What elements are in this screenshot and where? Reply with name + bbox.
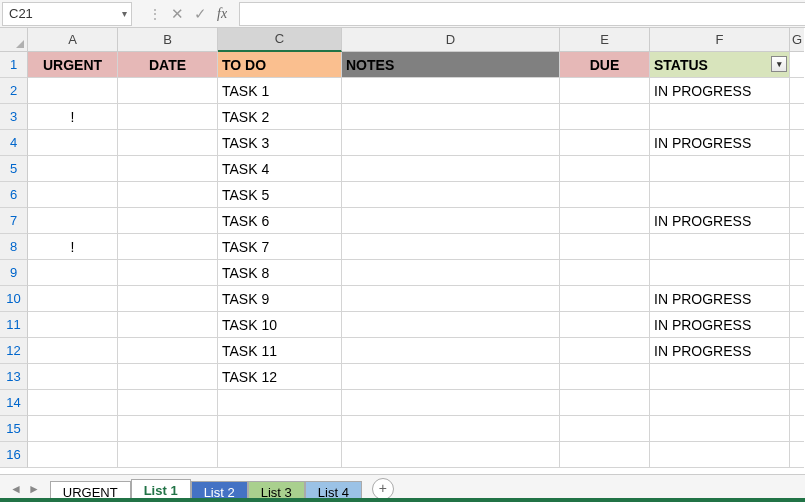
cell-urgent[interactable] [28,338,118,364]
cell[interactable] [790,416,804,442]
cell-todo[interactable]: TASK 8 [218,260,342,286]
cell-due[interactable] [560,104,650,130]
cell-status[interactable] [650,260,790,286]
row-header[interactable]: 9 [0,260,28,286]
cell-date[interactable] [118,312,218,338]
cell-todo[interactable]: TASK 7 [218,234,342,260]
cell-header-urgent[interactable]: URGENT [28,52,118,78]
cell[interactable] [790,130,804,156]
cell-todo[interactable]: TASK 5 [218,182,342,208]
cell-notes[interactable] [342,286,560,312]
cell-date[interactable] [118,390,218,416]
name-box-dropdown-icon[interactable]: ▾ [122,8,127,19]
cell-notes[interactable] [342,364,560,390]
cell-status[interactable] [650,182,790,208]
name-box[interactable]: C21 ▾ [2,2,132,26]
cell-header-status[interactable]: STATUS ▾ [650,52,790,78]
cell-header-date[interactable]: DATE [118,52,218,78]
cell-notes[interactable] [342,390,560,416]
cell-todo[interactable] [218,442,342,468]
cell-notes[interactable] [342,78,560,104]
row-header[interactable]: 15 [0,416,28,442]
cell-todo[interactable]: TASK 3 [218,130,342,156]
cell-urgent[interactable] [28,260,118,286]
cell-todo[interactable]: TASK 2 [218,104,342,130]
cell-notes[interactable] [342,260,560,286]
cell-due[interactable] [560,78,650,104]
column-header[interactable]: F [650,28,790,52]
cell-notes[interactable] [342,156,560,182]
cell-todo[interactable]: TASK 9 [218,286,342,312]
cell[interactable] [790,104,804,130]
cell-status[interactable] [650,156,790,182]
row-header[interactable]: 16 [0,442,28,468]
cell[interactable] [790,364,804,390]
cell[interactable] [790,52,804,78]
cell-date[interactable] [118,364,218,390]
cell-notes[interactable] [342,338,560,364]
select-all-button[interactable] [0,28,28,52]
cell-status[interactable]: IN PROGRESS [650,208,790,234]
column-header[interactable]: G [790,28,804,52]
cell-todo[interactable] [218,416,342,442]
cell-status[interactable]: IN PROGRESS [650,286,790,312]
drag-handle-icon[interactable]: ⋮ [148,6,161,22]
cell-notes[interactable] [342,442,560,468]
cell-due[interactable] [560,130,650,156]
cell-due[interactable] [560,208,650,234]
cell-header-due[interactable]: DUE [560,52,650,78]
cell[interactable] [790,260,804,286]
cell-header-todo[interactable]: TO DO [218,52,342,78]
row-header[interactable]: 2 [0,78,28,104]
row-header[interactable]: 7 [0,208,28,234]
row-header[interactable]: 4 [0,130,28,156]
cell-todo[interactable]: TASK 4 [218,156,342,182]
row-header[interactable]: 12 [0,338,28,364]
cell-date[interactable] [118,338,218,364]
cell-header-notes[interactable]: NOTES [342,52,560,78]
cell-due[interactable] [560,286,650,312]
cell-urgent[interactable] [28,364,118,390]
cell-date[interactable] [118,182,218,208]
cell-due[interactable] [560,260,650,286]
cell[interactable] [790,338,804,364]
sheet-nav-next-icon[interactable]: ► [28,482,40,496]
row-header[interactable]: 14 [0,390,28,416]
cell-due[interactable] [560,156,650,182]
cell-urgent[interactable] [28,156,118,182]
cell-notes[interactable] [342,312,560,338]
cell-due[interactable] [560,364,650,390]
cell-notes[interactable] [342,234,560,260]
cell[interactable] [790,78,804,104]
cell[interactable] [790,442,804,468]
cell-status[interactable] [650,442,790,468]
cell[interactable] [790,208,804,234]
cell-urgent[interactable] [28,416,118,442]
cell-date[interactable] [118,156,218,182]
cell[interactable] [790,390,804,416]
cell-notes[interactable] [342,182,560,208]
column-header[interactable]: D [342,28,560,52]
cell-status[interactable]: IN PROGRESS [650,78,790,104]
cell-urgent[interactable] [28,286,118,312]
cell-todo[interactable] [218,390,342,416]
cell-due[interactable] [560,338,650,364]
cell-urgent[interactable]: ! [28,104,118,130]
cell-status[interactable] [650,390,790,416]
cell-date[interactable] [118,260,218,286]
cell-todo[interactable]: TASK 10 [218,312,342,338]
row-header[interactable]: 11 [0,312,28,338]
cell-urgent[interactable]: ! [28,234,118,260]
cell-status[interactable]: IN PROGRESS [650,338,790,364]
cell[interactable] [790,286,804,312]
cell[interactable] [790,234,804,260]
formula-input[interactable] [239,2,805,26]
cancel-icon[interactable]: ✕ [171,5,184,23]
cell-urgent[interactable] [28,442,118,468]
row-header[interactable]: 10 [0,286,28,312]
cell-notes[interactable] [342,416,560,442]
cell-date[interactable] [118,78,218,104]
cell-todo[interactable]: TASK 11 [218,338,342,364]
row-header[interactable]: 6 [0,182,28,208]
cell-todo[interactable]: TASK 6 [218,208,342,234]
